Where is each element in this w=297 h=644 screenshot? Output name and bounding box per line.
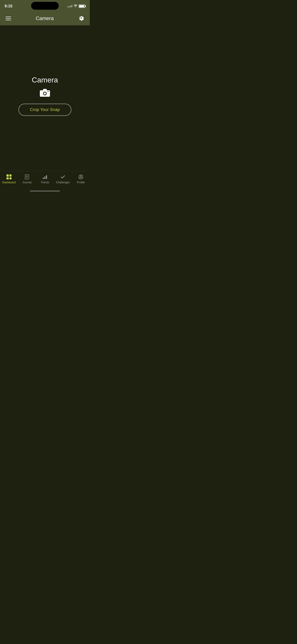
nav-label-dashboard: Dashboard [2, 181, 16, 184]
svg-point-13 [80, 176, 82, 177]
profile-icon [78, 174, 83, 180]
bottom-nav: Dashboard Journal Trends [0, 171, 90, 190]
crop-snap-button[interactable]: Crop Your Snap [18, 104, 71, 116]
status-time: 9:15 [4, 4, 12, 8]
dynamic-island [31, 2, 59, 10]
nav-label-journal: Journal [22, 181, 31, 184]
svg-rect-11 [46, 175, 47, 179]
nav-label-trends: Trends [41, 181, 49, 184]
svg-rect-4 [48, 91, 48, 92]
svg-rect-9 [43, 178, 44, 179]
header-title: Camera [36, 16, 54, 22]
nav-item-dashboard[interactable]: Dashboard [0, 174, 18, 184]
menu-line-2 [6, 18, 11, 19]
journal-icon [24, 174, 30, 180]
nav-label-challenges: Challenges [56, 181, 70, 184]
menu-line-1 [6, 16, 11, 17]
svg-rect-3 [43, 89, 47, 91]
svg-rect-10 [44, 176, 45, 179]
nav-item-profile[interactable]: Profile [72, 174, 90, 184]
nav-item-challenges[interactable]: Challenges [54, 174, 72, 184]
svg-point-2 [44, 92, 46, 95]
nav-label-profile: Profile [77, 181, 85, 184]
camera-icon [39, 88, 50, 98]
dashboard-icon [6, 174, 12, 180]
home-indicator [30, 190, 60, 192]
main-content: Camera Crop Your Snap [0, 25, 90, 171]
settings-icon[interactable] [78, 15, 84, 22]
menu-line-3 [6, 20, 11, 20]
status-bar: 9:15 [0, 0, 90, 12]
menu-button[interactable] [6, 16, 11, 20]
challenges-icon [60, 174, 66, 180]
wifi-icon [74, 4, 77, 8]
battery-icon [79, 4, 85, 8]
camera-main-title: Camera [32, 76, 58, 84]
nav-item-journal[interactable]: Journal [18, 174, 36, 184]
status-icons [67, 4, 85, 8]
nav-item-trends[interactable]: Trends [36, 174, 54, 184]
trends-icon [42, 174, 48, 180]
signal-icon [67, 5, 72, 7]
header: Camera [0, 12, 90, 25]
